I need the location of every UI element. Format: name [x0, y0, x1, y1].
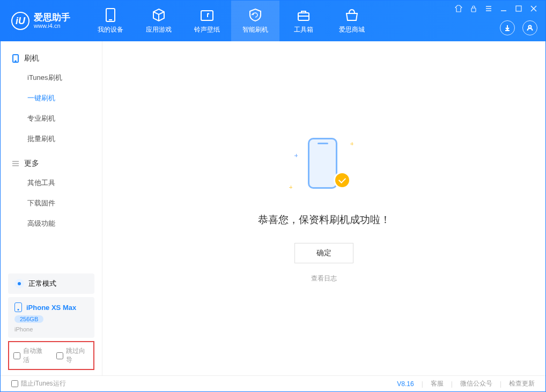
sidebar-item-other-tools[interactable]: 其他工具 [1, 173, 102, 193]
minimize-icon[interactable] [500, 5, 507, 14]
nav-ringwall[interactable]: 铃声壁纸 [183, 1, 231, 41]
sidebar-item-itunes-flash[interactable]: iTunes刷机 [1, 68, 102, 88]
checkbox-highlight-box: 自动激活 跳过向导 [8, 341, 94, 370]
tshirt-icon[interactable] [455, 5, 462, 14]
maximize-icon[interactable] [515, 5, 522, 14]
device-name: iPhone XS Max [26, 304, 76, 312]
nav-flash[interactable]: 智能刷机 [231, 1, 279, 41]
toolbox-icon [297, 8, 311, 22]
device-capacity: 256GB [14, 315, 43, 323]
device-icon [104, 8, 117, 22]
svg-point-16 [529, 26, 532, 28]
mode-label: 正常模式 [28, 279, 56, 289]
download-button[interactable] [500, 20, 515, 35]
list-icon [11, 159, 20, 168]
sidebar-item-batch-flash[interactable]: 批量刷机 [1, 129, 102, 149]
check-badge-icon [334, 172, 351, 189]
success-message: 恭喜您，保资料刷机成功啦！ [258, 213, 390, 227]
main-content: 恭喜您，保资料刷机成功啦！ 确定 查看日志 [102, 41, 545, 375]
svg-rect-11 [516, 6, 521, 11]
sidebar-item-oneclick-flash[interactable]: 一键刷机 [1, 88, 102, 108]
statusbar: 阻止iTunes运行 V8.16 | 客服 | 微信公众号 | 检查更新 [1, 375, 545, 391]
sidebar-group-flash: 刷机 [1, 49, 102, 68]
success-illustration [289, 138, 359, 197]
device-card[interactable]: iPhone XS Max 256GB iPhone [8, 297, 94, 338]
device-type: iPhone [14, 326, 33, 332]
logo-icon: iU [11, 12, 29, 30]
cube-icon [152, 8, 166, 22]
phone-icon [11, 54, 20, 63]
svg-rect-6 [471, 8, 476, 12]
user-button[interactable] [522, 20, 537, 35]
refresh-shield-icon [248, 8, 262, 22]
header: iU 爱思助手 www.i4.cn 我的设备 应用游戏 铃声壁纸 智能刷机 [1, 1, 545, 41]
nav-toolbox[interactable]: 工具箱 [279, 1, 328, 41]
lock-icon[interactable] [470, 5, 477, 14]
wechat-link[interactable]: 微信公众号 [460, 379, 492, 388]
window-controls [455, 1, 537, 14]
block-itunes-checkbox[interactable]: 阻止iTunes运行 [11, 379, 66, 388]
sidebar-item-advanced[interactable]: 高级功能 [1, 213, 102, 234]
sidebar: 刷机 iTunes刷机 一键刷机 专业刷机 批量刷机 更多 其他工具 下载固件 … [1, 41, 102, 375]
nav-device[interactable]: 我的设备 [86, 1, 135, 41]
customer-service-link[interactable]: 客服 [431, 379, 444, 388]
auto-activate-checkbox[interactable]: 自动激活 [13, 346, 47, 365]
logo-url: www.i4.cn [34, 23, 70, 29]
nav-apps[interactable]: 应用游戏 [135, 1, 183, 41]
mode-icon [14, 279, 24, 289]
sidebar-item-download-firmware[interactable]: 下载固件 [1, 193, 102, 213]
main-nav: 我的设备 应用游戏 铃声壁纸 智能刷机 工具箱 爱思商城 [86, 1, 376, 41]
store-icon [345, 8, 359, 22]
menu-icon[interactable] [485, 5, 492, 14]
version-label: V8.16 [397, 380, 414, 388]
device-small-icon [14, 302, 22, 312]
sidebar-group-more: 更多 [1, 154, 102, 173]
mode-card[interactable]: 正常模式 [8, 273, 94, 294]
sidebar-item-pro-flash[interactable]: 专业刷机 [1, 108, 102, 129]
svg-point-18 [15, 61, 16, 62]
check-update-link[interactable]: 检查更新 [509, 379, 535, 388]
logo: iU 爱思助手 www.i4.cn [11, 12, 70, 30]
nav-store[interactable]: 爱思商城 [328, 1, 376, 41]
close-icon[interactable] [530, 5, 537, 14]
view-log-link[interactable]: 查看日志 [311, 274, 337, 283]
skip-wizard-checkbox[interactable]: 跳过向导 [56, 346, 90, 365]
music-folder-icon [200, 8, 214, 22]
logo-title: 爱思助手 [34, 13, 70, 23]
ok-button[interactable]: 确定 [294, 243, 353, 263]
